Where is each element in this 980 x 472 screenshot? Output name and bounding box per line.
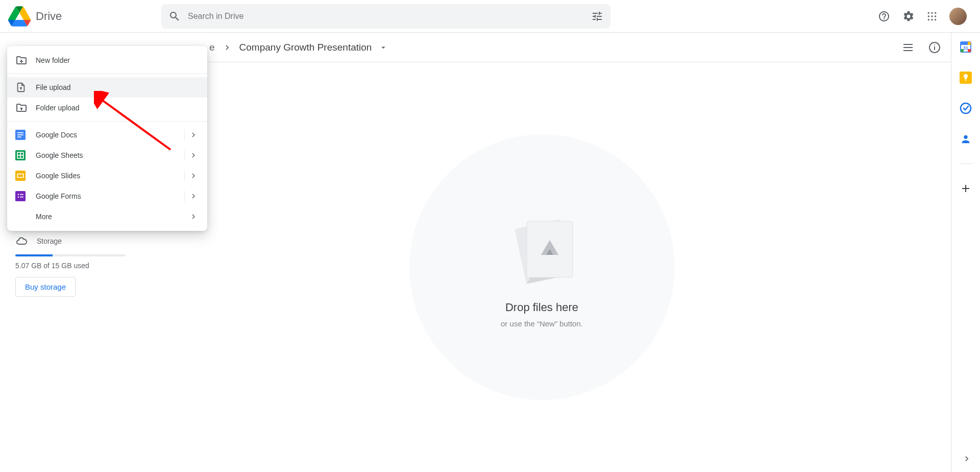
header: Drive (0, 0, 980, 33)
side-panel-collapse-icon[interactable] (962, 454, 972, 464)
app-logo-block[interactable]: Drive (8, 6, 136, 27)
menu-label: New folder (36, 56, 70, 64)
google-slides-icon (15, 171, 36, 181)
svg-point-22 (964, 135, 967, 139)
app-name: Drive (36, 10, 62, 23)
storage-label: Storage (37, 237, 62, 245)
keep-app-icon[interactable] (960, 72, 972, 84)
svg-rect-35 (15, 191, 26, 201)
storage-used-text: 5.07 GB of 15 GB used (15, 262, 128, 270)
cloud-icon (15, 235, 28, 247)
svg-point-2 (935, 12, 936, 13)
empty-state-title: Drop files here (505, 301, 578, 314)
menu-label: Google Docs (36, 131, 77, 139)
menu-more[interactable]: More (7, 206, 207, 227)
apps-grid-icon[interactable] (927, 11, 937, 21)
account-avatar[interactable] (949, 8, 967, 25)
chevron-right-icon (189, 171, 198, 180)
svg-rect-26 (17, 132, 23, 133)
main-area: e Company Growth Presentation (133, 33, 951, 472)
new-folder-icon (15, 54, 36, 66)
header-actions (878, 8, 967, 25)
search-options-icon[interactable] (591, 10, 603, 22)
menu-label: More (36, 213, 52, 221)
svg-text:31: 31 (963, 45, 968, 51)
chevron-right-icon (189, 212, 198, 221)
file-upload-icon (15, 82, 36, 93)
search-icon (168, 10, 181, 22)
chevron-right-icon (189, 192, 198, 201)
svg-point-6 (928, 19, 929, 20)
side-panel: 31 (951, 33, 980, 472)
svg-rect-27 (17, 134, 23, 135)
breadcrumb-current[interactable]: Company Growth Presentation (239, 42, 372, 53)
search-bar[interactable] (161, 4, 610, 29)
drive-logo-icon (8, 6, 31, 27)
svg-point-11 (934, 44, 935, 45)
google-sheets-icon (15, 150, 36, 160)
menu-label: Folder upload (36, 104, 80, 112)
svg-point-38 (18, 196, 19, 198)
menu-folder-upload[interactable]: Folder upload (7, 98, 207, 118)
tasks-app-icon[interactable] (960, 102, 972, 114)
menu-google-docs[interactable]: Google Docs (7, 125, 207, 145)
svg-rect-28 (17, 136, 21, 137)
svg-point-0 (928, 12, 929, 13)
chevron-right-icon (222, 42, 232, 53)
sidebar-storage-row[interactable]: Storage (15, 235, 128, 247)
storage-progress-bar (15, 254, 126, 256)
svg-rect-37 (20, 194, 23, 195)
search-input[interactable] (188, 12, 591, 21)
new-menu: New folder File upload Folder upload Goo… (7, 46, 207, 231)
breadcrumb-dropdown-icon[interactable] (379, 43, 388, 52)
menu-label: Google Slides (36, 172, 80, 180)
chevron-right-icon (189, 130, 198, 139)
breadcrumb: e Company Growth Presentation (209, 42, 388, 53)
empty-state: Drop files here or use the “New” button. (409, 134, 675, 400)
svg-rect-39 (20, 197, 23, 198)
empty-files-illustration-icon (501, 207, 583, 289)
menu-google-forms[interactable]: Google Forms (7, 186, 207, 206)
menu-file-upload[interactable]: File upload (7, 77, 207, 98)
svg-point-1 (931, 12, 933, 13)
svg-point-5 (935, 15, 936, 17)
folder-upload-icon (15, 102, 36, 114)
svg-point-8 (935, 19, 936, 20)
help-icon[interactable] (878, 10, 890, 22)
breadcrumb-truncated[interactable]: e (209, 42, 215, 53)
svg-point-4 (931, 15, 933, 17)
menu-label: File upload (36, 83, 71, 91)
menu-label: Google Forms (36, 192, 81, 200)
google-docs-icon (15, 130, 36, 140)
empty-state-subtitle: or use the “New” button. (501, 319, 583, 328)
menu-new-folder[interactable]: New folder (7, 50, 207, 70)
settings-icon[interactable] (902, 10, 915, 22)
google-forms-icon (15, 191, 36, 201)
buy-storage-button[interactable]: Buy storage (15, 277, 76, 297)
details-info-icon[interactable] (928, 41, 941, 54)
svg-point-3 (928, 15, 929, 17)
menu-label: Google Sheets (36, 151, 83, 159)
menu-google-slides[interactable]: Google Slides (7, 166, 207, 186)
svg-rect-18 (968, 42, 971, 45)
chevron-right-icon (189, 151, 198, 160)
menu-google-sheets[interactable]: Google Sheets (7, 145, 207, 166)
svg-point-36 (18, 194, 19, 195)
svg-point-7 (931, 19, 933, 20)
calendar-app-icon[interactable]: 31 (960, 41, 972, 53)
contacts-app-icon[interactable] (960, 133, 972, 145)
svg-rect-33 (15, 171, 26, 181)
add-app-icon[interactable] (960, 182, 972, 195)
view-list-icon[interactable] (902, 41, 914, 54)
